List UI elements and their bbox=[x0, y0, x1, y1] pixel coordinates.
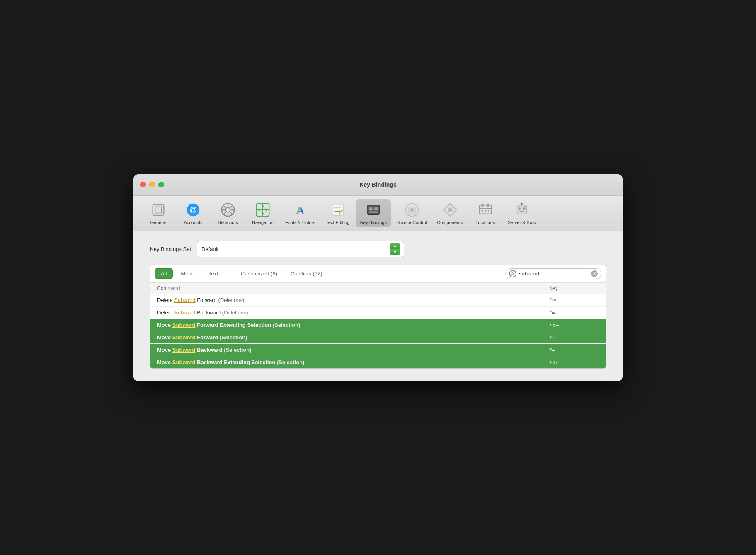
row-key: ⌥← bbox=[549, 347, 599, 353]
content-area: Key Bindings Set Default ▲ ▼ All Menu Te… bbox=[133, 231, 623, 381]
cmd-post: Forward Extending Selection bbox=[195, 322, 272, 328]
keybindings-set-value: Default bbox=[201, 246, 390, 252]
toolbar-label-navigation: Navigation bbox=[252, 220, 274, 225]
components-icon bbox=[442, 202, 458, 218]
filter-tab-conflicts[interactable]: Conflicts (12) bbox=[285, 269, 328, 278]
cmd-pre: Delete bbox=[157, 297, 174, 303]
row-key: ⌥⇧→ bbox=[549, 322, 599, 328]
table-row[interactable]: Move Subword Forward Extending Selection… bbox=[150, 319, 606, 331]
toolbar-label-key-bindings: Key Bindings bbox=[360, 220, 387, 225]
row-command: Delete Subword Backward (Deletions) bbox=[157, 309, 549, 316]
toolbar-item-key-bindings[interactable]: alt option Key Bindings bbox=[356, 199, 391, 227]
row-key: ⌥⇧← bbox=[549, 359, 599, 365]
accounts-icon: @ bbox=[185, 202, 201, 218]
filter-bar: All Menu Text Customized (8) Conflicts (… bbox=[150, 265, 606, 283]
svg-point-5 bbox=[225, 207, 230, 212]
svg-rect-44 bbox=[487, 203, 489, 207]
toolbar-label-locations: Locations bbox=[475, 220, 495, 225]
svg-rect-49 bbox=[517, 206, 526, 214]
text-editing-icon bbox=[330, 202, 346, 218]
cmd-pre: Move bbox=[157, 359, 172, 365]
toolbar-label-source-control: Source Control bbox=[397, 220, 427, 225]
locations-icon bbox=[477, 202, 494, 218]
cmd-highlight: Subword bbox=[174, 309, 195, 316]
search-icon bbox=[509, 270, 516, 278]
toolbar-item-navigation[interactable]: Navigation bbox=[246, 199, 279, 227]
svg-text:option: option bbox=[373, 208, 380, 210]
filter-tab-text[interactable]: Text bbox=[202, 268, 225, 279]
navigation-icon bbox=[254, 202, 271, 218]
svg-point-50 bbox=[518, 207, 521, 210]
cmd-category: (Selection) bbox=[224, 347, 251, 353]
toolbar-item-server-bots[interactable]: Server & Bots bbox=[504, 199, 540, 227]
svg-rect-1 bbox=[155, 207, 161, 213]
toolbar-item-text-editing[interactable]: Text Editing bbox=[321, 199, 354, 227]
cmd-pre: Move bbox=[157, 347, 172, 353]
cmd-category: (Selection) bbox=[277, 359, 304, 365]
toolbar-label-components: Components bbox=[437, 220, 463, 225]
toolbar-label-fonts-colors: Fonts & Colors bbox=[285, 220, 315, 225]
minimize-button[interactable] bbox=[149, 182, 155, 187]
table-body: Delete Subword Forward (Deletions) ⌃⌫ De… bbox=[150, 294, 606, 368]
cmd-category: (Deletions) bbox=[222, 309, 248, 316]
table-row[interactable]: Move Subword Backward Extending Selectio… bbox=[150, 356, 606, 368]
toolbar-item-source-control[interactable]: Source Control bbox=[393, 199, 431, 227]
cmd-highlight: Subword bbox=[172, 334, 196, 341]
toolbar-item-general[interactable]: General bbox=[142, 199, 175, 227]
cmd-post: Backward Extending Selection bbox=[195, 359, 277, 365]
cmd-post: Forward bbox=[196, 297, 218, 303]
filter-tabs: All Menu Text Customized (8) Conflicts (… bbox=[155, 268, 505, 279]
keybindings-set-select[interactable]: Default ▲ ▼ bbox=[197, 241, 404, 257]
cmd-category: (Deletions) bbox=[218, 297, 244, 303]
svg-point-41 bbox=[448, 207, 452, 212]
toolbar-label-accounts: Accounts bbox=[184, 220, 202, 225]
toolbar-item-behaviors[interactable]: Behaviors bbox=[211, 199, 245, 227]
svg-text:@: @ bbox=[189, 205, 197, 214]
table-row[interactable]: Delete Subword Forward (Deletions) ⌃⌫ bbox=[150, 294, 606, 307]
keybindings-set-stepper[interactable]: ▲ ▼ bbox=[390, 243, 400, 255]
toolbar-item-fonts-colors[interactable]: A A Fonts & Colors bbox=[281, 199, 320, 227]
svg-rect-42 bbox=[479, 205, 491, 214]
svg-point-37 bbox=[410, 208, 414, 212]
toolbar: General @ Accounts bbox=[133, 196, 623, 231]
header-key: Key bbox=[549, 285, 599, 291]
toolbar-item-components[interactable]: Components bbox=[433, 199, 467, 227]
cmd-post: Backward bbox=[195, 347, 224, 353]
svg-point-56 bbox=[521, 203, 523, 204]
behaviors-icon bbox=[220, 202, 236, 218]
svg-rect-52 bbox=[519, 211, 524, 212]
cmd-pre: Move bbox=[157, 322, 172, 328]
server-bots-icon bbox=[514, 202, 530, 218]
table-row[interactable]: Delete Subword Backward (Deletions) ⌃⌦ bbox=[150, 307, 606, 319]
toolbar-label-behaviors: Behaviors bbox=[218, 220, 238, 225]
svg-rect-48 bbox=[487, 210, 489, 212]
stepper-up-button[interactable]: ▲ bbox=[390, 243, 400, 249]
cmd-pre: Delete bbox=[157, 309, 174, 316]
search-clear-button[interactable]: ✕ bbox=[591, 270, 598, 277]
titlebar: Key Bindings bbox=[133, 174, 623, 196]
search-box: ✕ bbox=[505, 268, 601, 279]
key-bindings-icon: alt option bbox=[365, 202, 382, 218]
cmd-highlight: Subword bbox=[172, 322, 196, 328]
filter-tab-customized[interactable]: Customized (8) bbox=[235, 269, 283, 278]
search-input[interactable] bbox=[519, 270, 589, 277]
maximize-button[interactable] bbox=[158, 182, 164, 187]
svg-rect-0 bbox=[153, 204, 164, 215]
close-button[interactable] bbox=[140, 182, 146, 187]
table-row[interactable]: Move Subword Forward (Selection) ⌥→ bbox=[150, 331, 606, 344]
svg-rect-32 bbox=[368, 211, 378, 213]
filter-tab-menu[interactable]: Menu bbox=[174, 268, 201, 279]
stepper-down-button[interactable]: ▼ bbox=[390, 249, 400, 255]
table-row[interactable]: Move Subword Backward (Selection) ⌥← bbox=[150, 344, 606, 356]
header-command: Command bbox=[157, 285, 549, 291]
svg-line-13 bbox=[223, 212, 226, 214]
toolbar-item-locations[interactable]: Locations bbox=[469, 199, 502, 227]
source-control-icon bbox=[404, 202, 420, 218]
cmd-pre: Move bbox=[157, 334, 172, 341]
row-command: Move Subword Backward (Selection) bbox=[157, 347, 549, 353]
filter-tab-all[interactable]: All bbox=[155, 268, 173, 279]
fonts-colors-icon: A A bbox=[292, 202, 308, 218]
svg-line-11 bbox=[230, 212, 233, 214]
toolbar-item-accounts[interactable]: @ Accounts bbox=[177, 199, 210, 227]
main-window: Key Bindings General @ Accounts bbox=[133, 174, 623, 381]
